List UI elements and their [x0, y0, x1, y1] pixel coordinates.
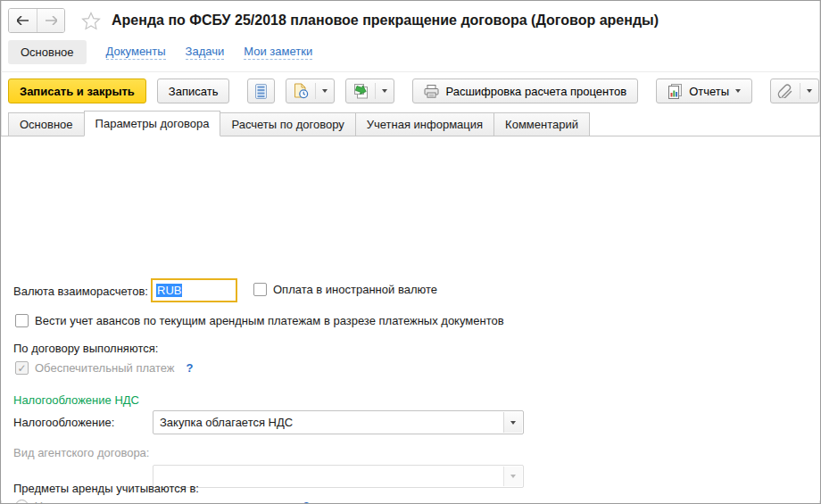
security-payment-row: Обеспечительный платеж ? [15, 361, 194, 375]
button-divider [800, 83, 800, 99]
currency-label: Валюта взаиморасчетов: [13, 285, 148, 298]
forward-arrow-icon [45, 16, 57, 25]
history-nav-group [8, 8, 65, 33]
form-tab-accounting-info[interactable]: Учетная информация [355, 112, 494, 136]
taxation-label: Налогообложение: [13, 416, 114, 429]
lease-contract-window: Аренда по ФСБУ 25/2018 плановое прекраще… [0, 0, 821, 504]
taxation-value: Закупка облагается НДС [160, 416, 293, 429]
document-clock-icon [293, 83, 309, 99]
window-header: Аренда по ФСБУ 25/2018 плановое прекраще… [1, 1, 820, 35]
tab-tasks[interactable]: Задачи [186, 45, 225, 60]
currency-input[interactable]: RUB [151, 278, 237, 302]
tab-my-notes[interactable]: Мои заметки [244, 45, 312, 60]
foreign-currency-checkbox[interactable] [253, 283, 267, 296]
tab-documents[interactable]: Документы [106, 45, 166, 60]
report-chart-icon [668, 84, 683, 99]
vat-section-header: Налогообложение НДС [13, 393, 139, 407]
form-tab-comment[interactable]: Комментарий [493, 112, 590, 136]
reports-label: Отчеты [689, 85, 729, 98]
interest-breakdown-button[interactable]: Расшифровка расчета процентов [412, 78, 638, 103]
save-button[interactable]: Записать [157, 78, 230, 103]
agent-contract-select [153, 465, 524, 488]
button-divider [375, 83, 376, 99]
create-based-on-dropdown-button[interactable] [345, 78, 394, 103]
agent-contract-dropdown-button [503, 467, 522, 486]
back-button[interactable] [9, 9, 37, 32]
form-tab-strip: Основное Параметры договора Расчеты по д… [1, 111, 820, 136]
back-arrow-icon [17, 16, 29, 25]
structure-list-button[interactable] [247, 78, 275, 103]
chevron-down-icon [322, 89, 328, 93]
lease-subjects-option-row: Управленческом и регламентированном учет… [15, 500, 310, 504]
chevron-down-icon [382, 89, 387, 93]
chevron-down-icon [807, 89, 812, 93]
taxation-select[interactable]: Закупка облагается НДС [153, 410, 524, 434]
chevron-down-icon [735, 89, 741, 93]
lease-subjects-label: Предметы аренды учитываются в: [13, 482, 199, 495]
advances-row: Вести учет авансов по текущим арендным п… [15, 314, 504, 327]
form-tab-contract-calcs[interactable]: Расчеты по договору [220, 112, 355, 136]
security-payment-help-link[interactable]: ? [187, 361, 194, 375]
tab-main[interactable]: Основное [8, 40, 87, 64]
favorite-star-icon[interactable] [81, 12, 101, 30]
taxation-dropdown-button[interactable] [503, 412, 522, 433]
lease-subjects-radio-both [15, 500, 29, 504]
forward-button[interactable] [37, 9, 64, 32]
reports-dropdown-button[interactable]: Отчеты [656, 78, 752, 103]
attachments-dropdown-button[interactable] [770, 78, 819, 103]
agent-contract-label: Вид агентского договора: [13, 446, 149, 459]
lease-subjects-option-label: Управленческом и регламентированном учет… [35, 500, 291, 504]
form-tab-contract-params[interactable]: Параметры договора [84, 111, 221, 136]
command-bar: Записать и закрыть Записать [1, 72, 820, 109]
main-nav-tabs: Основное Документы Задачи Мои заметки [1, 35, 820, 72]
document-history-dropdown-button[interactable] [286, 78, 335, 103]
button-divider [315, 83, 316, 99]
chevron-down-icon [510, 475, 516, 478]
contract-params-panel: Валюта взаиморасчетов: RUB Оплата в инос… [1, 136, 820, 500]
printer-icon [424, 85, 439, 98]
security-payment-checkbox [15, 361, 29, 375]
lease-subjects-help-link[interactable]: ? [303, 500, 310, 504]
security-payment-label: Обеспечительный платеж [35, 361, 175, 375]
list-icon [254, 84, 268, 99]
currency-value: RUB [156, 284, 182, 297]
save-and-close-button[interactable]: Записать и закрыть [8, 78, 146, 103]
copy-green-arrow-icon [352, 83, 369, 99]
advances-label: Вести учет авансов по текущим арендным п… [35, 314, 504, 327]
foreign-currency-row: Оплата в иностранной валюте [253, 283, 437, 296]
paperclip-icon [777, 84, 793, 98]
quick-action-group [247, 78, 394, 103]
form-tab-main[interactable]: Основное [8, 112, 85, 136]
advances-checkbox[interactable] [15, 314, 29, 327]
foreign-currency-label: Оплата в иностранной валюте [273, 283, 437, 296]
interest-breakdown-label: Расшифровка расчета процентов [445, 85, 626, 98]
page-title: Аренда по ФСБУ 25/2018 плановое прекраще… [112, 12, 659, 29]
chevron-down-icon [510, 421, 516, 425]
obligations-label: По договору выполняются: [13, 342, 158, 355]
